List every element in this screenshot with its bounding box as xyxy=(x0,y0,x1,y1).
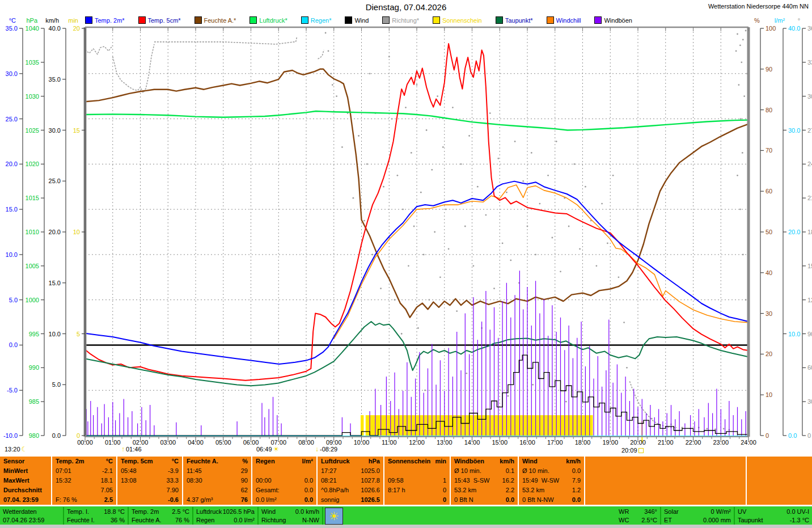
table-cell-value: 29 xyxy=(241,466,248,476)
table-cell-value: 62 xyxy=(241,485,248,495)
table-row: 53.2 km1.2 xyxy=(519,485,584,495)
svg-text:0.0: 0.0 xyxy=(9,341,18,348)
svg-text:km/h: km/h xyxy=(45,17,59,24)
table-row: 07:01-2.1 xyxy=(52,466,116,476)
table-cell-value: hPa xyxy=(369,457,380,466)
table-row: 8:17 h0 xyxy=(384,485,450,495)
table-cell-value: 0.0 xyxy=(304,485,313,495)
marker-time-label: 01:46 xyxy=(126,446,142,453)
axis-min: min20151050 xyxy=(68,17,85,439)
svg-text:40.0: 40.0 xyxy=(49,25,61,32)
table-cell-value: 0 xyxy=(443,485,446,495)
table-cell-label: 4.37 g/m³ xyxy=(187,495,213,505)
table-cell-value: 2.5 xyxy=(104,495,113,505)
svg-text:04:00: 04:00 xyxy=(188,439,204,446)
table-row: 7.05 xyxy=(52,485,116,495)
svg-text:min: min xyxy=(68,17,78,24)
svg-text:35.0: 35.0 xyxy=(6,25,18,32)
svg-text:23:00: 23:00 xyxy=(713,439,729,446)
statusbar-value: 36 % xyxy=(111,516,125,525)
svg-text:5.0: 5.0 xyxy=(52,381,61,388)
table-cell-label: Ø 10 min. xyxy=(454,466,481,476)
svg-text:1000: 1000 xyxy=(26,297,39,303)
table-cell-label: Wind xyxy=(522,457,538,466)
statusbar-value: 76 % xyxy=(175,516,189,525)
svg-text:-10.0: -10.0 xyxy=(3,432,18,439)
statusbar-row: RichtungN-NW xyxy=(261,516,319,525)
table-row: Windböenkm/h xyxy=(451,457,518,466)
svg-text:180 S: 180 S xyxy=(807,229,812,235)
table-cell-value: 1 xyxy=(443,476,446,485)
table-cell-value: 0.0 xyxy=(304,495,313,505)
table-cell-value: 7.05 xyxy=(101,485,113,495)
table-cell-label: 11:45 xyxy=(187,466,202,476)
statusbar-label: ET xyxy=(664,516,672,525)
table-row: 62 xyxy=(183,485,251,495)
table-row: 15:43 S-SW16.2 xyxy=(451,476,518,485)
statusbar-value: -1.3 °C xyxy=(790,516,809,525)
axis-hpa: hPa1040103510301025102010151010100510009… xyxy=(26,17,44,439)
axis-pct: %1009080706050403020100 xyxy=(754,17,776,439)
statusbar-row: Taupunkt-1.3 °C xyxy=(738,516,809,525)
svg-text:19:00: 19:00 xyxy=(602,439,618,446)
svg-text:06:00: 06:00 xyxy=(243,439,259,446)
svg-text:30.0: 30.0 xyxy=(788,127,800,134)
table-cell-label: 08:30 xyxy=(187,476,202,485)
arrow-up-icon: ↑ xyxy=(121,446,125,452)
table-cell-value: km/h xyxy=(500,457,514,466)
svg-text:330: 330 xyxy=(807,59,812,66)
statusbar-section-aussen: Temp. 2m2.5 °CFeuchte A.76 % xyxy=(129,507,193,525)
table-row: Feuchte A.% xyxy=(183,457,251,466)
statusbar-section-uv-taupunkt: UV0.0 UV-ITaupunkt-1.3 °C xyxy=(735,507,812,525)
marker-moonset: ↓-08:29 xyxy=(315,446,337,453)
table-row: 0 Bft N0.0 xyxy=(451,495,518,505)
square-icon xyxy=(638,448,644,453)
table-cell-value: 7.9 xyxy=(572,476,581,485)
table-cell-value: 0.0 xyxy=(506,495,514,505)
table-row: MaxWert xyxy=(0,476,51,485)
svg-text:120: 120 xyxy=(807,297,812,303)
sensor-stats-table: SensorMinWertMaxWertDurchschnitt07.04. 2… xyxy=(0,457,812,505)
marker-time-label: 20:09 xyxy=(621,447,637,454)
svg-text:60: 60 xyxy=(807,364,812,371)
table-cell-value: 18.1 xyxy=(101,476,113,485)
table-row xyxy=(585,485,746,495)
table-cell-label: MinWert xyxy=(3,466,28,476)
svg-text:15:00: 15:00 xyxy=(492,439,508,446)
svg-text:80: 80 xyxy=(766,107,772,113)
statusbar-value: 18.8 °C xyxy=(104,508,125,516)
statusbar-label: Temp. 2m xyxy=(132,508,159,516)
svg-text:360 N: 360 N xyxy=(807,25,812,32)
table-cell-value: 0 xyxy=(443,495,446,505)
svg-text:30: 30 xyxy=(766,310,772,317)
table-column-filler-1 xyxy=(584,457,746,505)
svg-text:35.0: 35.0 xyxy=(49,76,61,83)
svg-text:13:00: 13:00 xyxy=(437,439,452,446)
statusbar-row: Feuchte A.76 % xyxy=(132,516,189,525)
table-row: 13:0833.3 xyxy=(117,476,182,485)
statusbar-row: Temp. 2m2.5 °C xyxy=(132,508,189,516)
svg-text:30.0: 30.0 xyxy=(6,70,18,77)
svg-text:20.0: 20.0 xyxy=(49,229,61,235)
table-cell-value: 1.2 xyxy=(572,485,581,495)
svg-text:01:00: 01:00 xyxy=(105,439,121,446)
table-cell-label: 17:27 xyxy=(321,466,337,476)
table-row xyxy=(585,495,746,505)
svg-text:40: 40 xyxy=(766,269,772,276)
table-row: 0 Bft N-NW0.0 xyxy=(519,495,584,505)
table-column-windboeen: Windböenkm/hØ 10 min.0.115:43 S-SW16.253… xyxy=(450,457,518,505)
table-row: sonnig1026.5 xyxy=(318,495,383,505)
table-cell-value: 0.0 xyxy=(304,476,313,485)
svg-text:20: 20 xyxy=(766,350,772,357)
statusbar-row: Wind0.0 km/h xyxy=(261,508,319,516)
table-cell-label: Gesamt: xyxy=(256,485,280,495)
svg-text:20:00: 20:00 xyxy=(630,439,646,446)
svg-text:1015: 1015 xyxy=(26,195,39,201)
table-cell-value: 1026.5 xyxy=(361,495,380,505)
svg-text:5.0: 5.0 xyxy=(9,297,18,303)
table-cell-value: 2.2 xyxy=(506,485,514,495)
statusbar-section-wetterdaten: Wetterdaten07.04.26 23:59 xyxy=(0,507,64,525)
svg-text:0.0: 0.0 xyxy=(788,432,797,439)
svg-text:150: 150 xyxy=(807,263,812,269)
svg-text:22:00: 22:00 xyxy=(686,439,701,446)
